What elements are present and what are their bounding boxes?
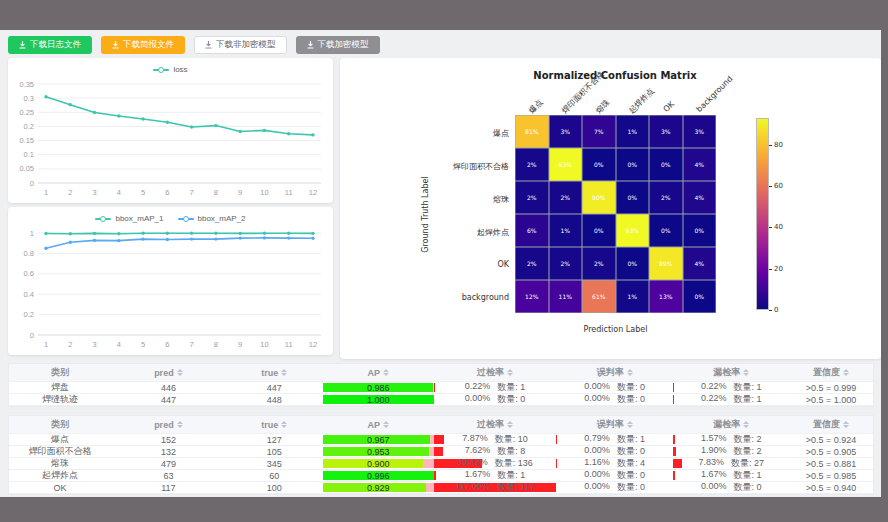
pred-cell: 63 bbox=[111, 470, 226, 482]
download-plain-model-button[interactable]: 下载非加密模型 bbox=[194, 36, 287, 54]
column-header-label: 误判率 bbox=[597, 366, 624, 379]
misjudge-cell: 0.00%数量: 0 bbox=[556, 394, 674, 406]
sort-icon[interactable] bbox=[383, 421, 389, 429]
sort-icon[interactable] bbox=[743, 421, 749, 429]
matrix-cell: 13% bbox=[649, 280, 683, 313]
svg-text:1: 1 bbox=[30, 229, 34, 238]
matrix-col-label: OK bbox=[661, 99, 676, 114]
sort-icon[interactable] bbox=[177, 369, 183, 377]
ap-cell: 0.986 bbox=[323, 382, 434, 394]
map-chart-legend: bbox_mAP_1 bbox_mAP_2 bbox=[8, 214, 333, 223]
table-row[interactable]: 焊缝轨迹4474481.0000.00%数量: 00.00%数量: 00.22%… bbox=[9, 394, 873, 406]
matrix-cell: 0% bbox=[582, 148, 616, 181]
colorbar-tick bbox=[769, 145, 772, 146]
svg-text:0.15: 0.15 bbox=[19, 136, 34, 145]
overdetect-cell: 7.62%数量: 8 bbox=[434, 446, 556, 458]
sort-icon[interactable] bbox=[743, 369, 749, 377]
table-row[interactable]: 焊印面积不合格1321050.9537.62%数量: 80.00%数量: 01.… bbox=[9, 446, 873, 458]
ap-value: 0.900 bbox=[367, 459, 390, 469]
svg-text:0.2: 0.2 bbox=[24, 310, 34, 319]
column-header-label: 漏检率 bbox=[713, 366, 740, 379]
colorbar-tick-label: 0 bbox=[774, 306, 778, 314]
matrix-col-label: 爆点 bbox=[526, 97, 545, 116]
svg-text:2: 2 bbox=[68, 188, 72, 197]
legend-label: loss bbox=[173, 65, 187, 74]
class-cell: 焊缝轨迹 bbox=[9, 394, 111, 406]
column-header: 漏检率 bbox=[673, 416, 789, 434]
sort-icon[interactable] bbox=[627, 369, 633, 377]
column-header-label: true bbox=[261, 368, 278, 378]
pred-cell: 132 bbox=[111, 446, 226, 458]
confidence-cell: >0.5 = 0.940 bbox=[789, 482, 873, 494]
table-row[interactable]: 起焊炸点63600.9961.67%数量: 10.00%数量: 01.67%数量… bbox=[9, 470, 873, 482]
download-encrypted-model-label: 下载加密模型 bbox=[318, 39, 369, 51]
svg-text:9: 9 bbox=[238, 188, 242, 197]
overdetect-cell: 0.00%数量: 0 bbox=[434, 394, 556, 406]
matrix-cell: 0% bbox=[683, 214, 717, 247]
true-cell: 127 bbox=[226, 434, 323, 446]
sort-icon[interactable] bbox=[507, 369, 513, 377]
matrix-row-label: 焊印面积不合格 bbox=[419, 161, 509, 172]
table-row[interactable]: 爆点1521270.9677.87%数量: 100.79%数量: 11.57%数… bbox=[9, 434, 873, 446]
rate-count: 数量: 4 bbox=[617, 458, 645, 470]
legend-item-bbox_mAP_1[interactable]: bbox_mAP_1 bbox=[95, 214, 163, 223]
sort-icon[interactable] bbox=[177, 421, 183, 429]
svg-text:0.6: 0.6 bbox=[24, 269, 34, 278]
matrix-title: Normalized Confusion Matrix bbox=[400, 70, 830, 81]
download-log-button[interactable]: 下载日志文件 bbox=[8, 36, 92, 54]
table-row[interactable]: 熔珠4793450.90039.42%数量: 1361.16%数量: 47.83… bbox=[9, 458, 873, 470]
download-report-button[interactable]: 下载简报文件 bbox=[101, 36, 185, 54]
download-encrypted-model-button[interactable]: 下载加密模型 bbox=[296, 36, 380, 54]
table-row[interactable]: 焊盘4464470.9860.22%数量: 10.00%数量: 00.22%数量… bbox=[9, 382, 873, 394]
matrix-cell: 2% bbox=[515, 181, 549, 214]
download-toolbar: 下载日志文件 下载简报文件 下载非加密模型 下载加密模型 bbox=[8, 36, 380, 54]
svg-text:2: 2 bbox=[68, 340, 72, 349]
rate-count: 数量: 1 bbox=[734, 394, 762, 406]
sort-icon[interactable] bbox=[383, 369, 389, 377]
sort-icon[interactable] bbox=[281, 369, 287, 377]
table-header-row: 类别predtrueAP过检率误判率漏检率置信度 bbox=[9, 364, 873, 382]
rate-count: 数量: 2 bbox=[734, 446, 762, 458]
matrix-cell: 93% bbox=[616, 214, 650, 247]
legend-marker-icon bbox=[95, 216, 111, 222]
sort-icon[interactable] bbox=[843, 369, 849, 377]
column-header: 误判率 bbox=[556, 416, 674, 434]
confusion-matrix-card: Normalized Confusion Matrix爆点焊印面积不合格熔珠起焊… bbox=[340, 58, 881, 359]
column-header: true bbox=[226, 416, 323, 434]
rate-count: 数量: 27 bbox=[731, 458, 764, 470]
table-row[interactable]: OK1171000.929117.00%数量: 1170.00%数量: 00.0… bbox=[9, 482, 873, 494]
legend-item-loss[interactable]: loss bbox=[153, 65, 187, 74]
svg-text:9: 9 bbox=[238, 340, 242, 349]
sort-icon[interactable] bbox=[281, 421, 287, 429]
rate-percent: 117.00% bbox=[455, 482, 490, 494]
map-chart-card: bbox_mAP_1 bbox_mAP_2 00.20.40.60.811234… bbox=[8, 207, 333, 355]
sort-icon[interactable] bbox=[627, 421, 633, 429]
colorbar-tick bbox=[769, 310, 772, 311]
rate-count: 数量: 117 bbox=[497, 482, 534, 494]
app-window: 下载日志文件 下载简报文件 下载非加密模型 下载加密模型 loss 00.050… bbox=[0, 0, 888, 522]
confidence-cell: >0.5 = 0.999 bbox=[789, 382, 873, 394]
matrix-cell: 0% bbox=[649, 214, 683, 247]
download-icon bbox=[112, 41, 119, 49]
metrics-table: 类别predtrueAP过检率误判率漏检率置信度爆点1521270.9677.8… bbox=[8, 415, 874, 495]
matrix-cell: 0% bbox=[616, 247, 650, 280]
colorbar-tick-label: 80 bbox=[774, 141, 783, 149]
column-header-label: 置信度 bbox=[813, 366, 840, 379]
column-header: 过检率 bbox=[434, 416, 556, 434]
loss-chart: 00.050.10.150.20.250.30.3512345678910111… bbox=[8, 58, 333, 207]
ap-cell: 0.929 bbox=[323, 482, 434, 494]
missdetect-cell: 1.57%数量: 2 bbox=[673, 434, 789, 446]
missdetect-cell: 7.83%数量: 27 bbox=[673, 458, 789, 470]
matrix-cell: 2% bbox=[515, 148, 549, 181]
sort-icon[interactable] bbox=[843, 421, 849, 429]
misjudge-cell: 0.00%数量: 0 bbox=[556, 382, 674, 394]
rate-count: 数量: 8 bbox=[497, 446, 525, 458]
svg-text:7: 7 bbox=[190, 188, 194, 197]
confidence-cell: >0.5 = 0.881 bbox=[789, 458, 873, 470]
ap-value: 0.996 bbox=[367, 471, 390, 481]
rate-count: 数量: 2 bbox=[734, 434, 762, 446]
svg-text:10: 10 bbox=[260, 340, 268, 349]
sort-icon[interactable] bbox=[507, 421, 513, 429]
top-chrome-bar bbox=[0, 0, 888, 30]
legend-item-bbox_mAP_2[interactable]: bbox_mAP_2 bbox=[178, 214, 246, 223]
